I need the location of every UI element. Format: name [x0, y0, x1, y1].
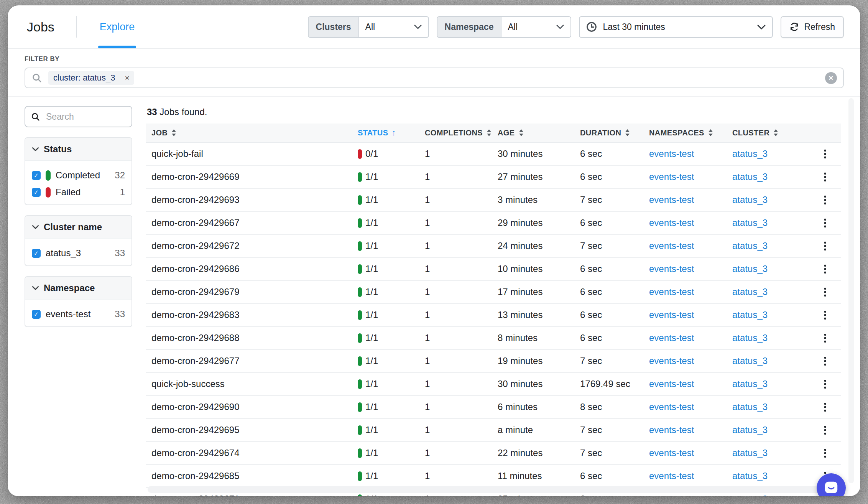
namespace-link[interactable]: events-test [649, 333, 694, 343]
horizontal-scrollbar[interactable] [148, 486, 840, 493]
checkbox[interactable]: ✓ [32, 171, 41, 180]
filter-chip-cluster[interactable]: cluster: atatus_3 × [48, 71, 134, 85]
refresh-button[interactable]: Refresh [781, 16, 844, 38]
cluster-link[interactable]: atatus_3 [732, 217, 768, 228]
status-cell: 1/1 [358, 264, 425, 274]
cluster-link[interactable]: atatus_3 [732, 379, 768, 389]
facet-section-header[interactable]: Cluster name [25, 216, 132, 239]
namespace-link[interactable]: events-test [649, 494, 694, 496]
table-row[interactable]: demo-cron-294296791/1117 minutes6 seceve… [146, 281, 841, 304]
namespace-select[interactable]: All [501, 17, 570, 37]
cluster-link[interactable]: atatus_3 [732, 356, 768, 366]
namespace-link[interactable]: events-test [649, 240, 694, 251]
namespace-link[interactable]: events-test [649, 310, 694, 320]
namespace-link[interactable]: events-test [649, 148, 694, 159]
cluster-link[interactable]: atatus_3 [732, 448, 768, 458]
checkbox[interactable]: ✓ [32, 249, 41, 258]
namespace-link[interactable]: events-test [649, 356, 694, 366]
filter-chip-remove-icon[interactable]: × [120, 71, 134, 85]
row-menu-button[interactable] [809, 446, 841, 460]
status-value: 1/1 [365, 194, 378, 205]
cluster-link[interactable]: atatus_3 [732, 264, 768, 274]
sidebar-search-box[interactable] [25, 106, 132, 127]
row-menu-button[interactable] [809, 170, 841, 184]
cluster-link[interactable]: atatus_3 [732, 171, 768, 182]
cluster-link[interactable]: atatus_3 [732, 333, 768, 343]
job-name-cell: demo-cron-29429688 [146, 333, 358, 343]
column-header-namespaces[interactable]: NAMESPACES [649, 128, 732, 137]
cluster-link[interactable]: atatus_3 [732, 194, 768, 205]
cluster-link[interactable]: atatus_3 [732, 402, 768, 412]
table-row[interactable]: demo-cron-294296771/1119 minutes7 seceve… [146, 350, 841, 373]
namespace-link[interactable]: events-test [649, 425, 694, 435]
namespace-link[interactable]: events-test [649, 471, 694, 481]
namespace-link[interactable]: events-test [649, 379, 694, 389]
table-row[interactable]: demo-cron-294296671/1129 minutes6 seceve… [146, 212, 841, 235]
filter-clear-button[interactable]: × [825, 72, 837, 84]
row-menu-button[interactable] [809, 400, 841, 414]
table-row[interactable]: demo-cron-294296931/113 minutes7 seceven… [146, 189, 841, 212]
age-cell: 13 minutes [498, 310, 580, 320]
job-name-cell: demo-cron-29429679 [146, 287, 358, 297]
row-menu-button[interactable] [809, 147, 841, 161]
column-header-completions[interactable]: COMPLETIONS [425, 128, 498, 137]
table-row[interactable]: demo-cron-294296831/1113 minutes6 seceve… [146, 304, 841, 327]
namespace-link[interactable]: events-test [649, 264, 694, 274]
facet-section-header[interactable]: Status [25, 138, 132, 161]
table-row[interactable]: demo-cron-294296861/1110 minutes6 seceve… [146, 258, 841, 281]
row-menu-button[interactable] [809, 423, 841, 437]
facet-section-header[interactable]: Namespace [25, 277, 132, 300]
cluster-link[interactable]: atatus_3 [732, 240, 768, 251]
cluster-link[interactable]: atatus_3 [732, 471, 768, 481]
table-row[interactable]: demo-cron-294296951/11a minute7 secevent… [146, 419, 841, 442]
table-row[interactable]: quick-job-fail0/1130 minutes6 secevents-… [146, 143, 841, 166]
table-row[interactable]: demo-cron-294296851/1111 minutes6 seceve… [146, 465, 841, 488]
row-menu-button[interactable] [809, 377, 841, 391]
clusters-select[interactable]: All [359, 17, 428, 37]
sidebar-search-input[interactable] [45, 111, 126, 122]
namespace-cell: events-test [649, 356, 732, 366]
tab-explore[interactable]: Explore [98, 5, 136, 48]
table-row[interactable]: demo-cron-294296901/116 minutes8 seceven… [146, 396, 841, 419]
column-header-cluster[interactable]: CLUSTER [732, 128, 809, 137]
checkbox[interactable]: ✓ [32, 188, 41, 197]
cluster-link[interactable]: atatus_3 [732, 287, 768, 297]
table-row[interactable]: demo-cron-294296881/118 minutes6 seceven… [146, 327, 841, 350]
cluster-link[interactable]: atatus_3 [732, 425, 768, 435]
cluster-link[interactable]: atatus_3 [732, 310, 768, 320]
row-menu-button[interactable] [809, 331, 841, 345]
column-header-duration[interactable]: DURATION [580, 128, 649, 137]
duration-cell: 6 sec [580, 310, 649, 320]
namespace-link[interactable]: events-test [649, 194, 694, 205]
table-row[interactable]: demo-cron-294296691/1127 minutes6 seceve… [146, 166, 841, 189]
row-actions-cell [809, 285, 841, 299]
row-menu-button[interactable] [809, 262, 841, 276]
namespace-link[interactable]: events-test [649, 402, 694, 412]
vertical-scrollbar[interactable] [848, 98, 854, 483]
filter-search-bar[interactable]: cluster: atatus_3 × × [25, 68, 844, 88]
row-menu-button[interactable] [809, 193, 841, 207]
search-icon [31, 112, 40, 122]
row-menu-button[interactable] [809, 216, 841, 230]
namespace-link[interactable]: events-test [649, 287, 694, 297]
cluster-link[interactable]: atatus_3 [732, 148, 768, 159]
time-range-select[interactable]: Last 30 minutes [579, 16, 773, 38]
table-row[interactable]: demo-cron-294296721/1124 minutes7 seceve… [146, 235, 841, 258]
column-header-status[interactable]: STATUS↑ [358, 128, 425, 138]
row-menu-button[interactable] [809, 239, 841, 253]
results-count-line: 33 Jobs found. [147, 107, 844, 117]
namespace-link[interactable]: events-test [649, 171, 694, 182]
row-menu-button[interactable] [809, 285, 841, 299]
row-menu-button[interactable] [809, 308, 841, 322]
table-row[interactable]: quick-job-success1/1130 minutes1769.49 s… [146, 373, 841, 396]
row-menu-button[interactable] [809, 354, 841, 368]
namespace-link[interactable]: events-test [649, 217, 694, 228]
age-cell: 17 minutes [498, 287, 580, 297]
table-row[interactable]: demo-cron-294296741/1122 minutes7 seceve… [146, 442, 841, 465]
column-header-age[interactable]: AGE [498, 128, 580, 137]
duration-cell: 7 sec [580, 425, 649, 435]
cluster-link[interactable]: atatus_3 [732, 494, 768, 496]
column-header-job[interactable]: JOB [146, 128, 358, 137]
checkbox[interactable]: ✓ [32, 310, 41, 319]
namespace-link[interactable]: events-test [649, 448, 694, 458]
